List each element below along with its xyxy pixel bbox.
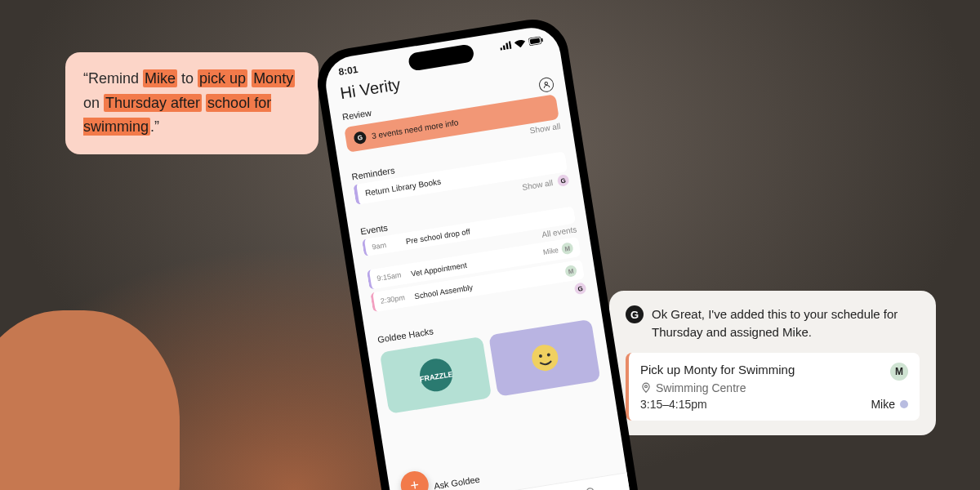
assignee-badge: M: [561, 242, 574, 255]
event-location: Swimming Centre: [640, 381, 908, 394]
bell-icon: [583, 486, 598, 490]
battery-icon: [528, 36, 544, 47]
reminders-show-all[interactable]: Show all: [522, 178, 554, 192]
svg-rect-4: [509, 41, 512, 49]
review-show-all[interactable]: Show all: [529, 122, 561, 136]
tab-bar: Home Calendar Activity: [393, 472, 634, 490]
quote-card: “Remind Mike to pick up Monty on Thursda…: [65, 52, 318, 154]
event-assignee: Mike: [871, 398, 908, 411]
quote-text: “Remind Mike to pick up Monty on Thursda…: [83, 69, 295, 136]
quote-hl-mike: Mike: [143, 69, 177, 87]
hack-illustration-icon: [526, 339, 564, 376]
reminders-badge: G: [557, 174, 570, 187]
ask-goldee-label[interactable]: Ask Goldee: [433, 474, 480, 490]
hack-illustration-icon: FRAZZLE: [412, 352, 459, 399]
quote-hl-monty: Monty: [252, 69, 295, 87]
svg-rect-7: [541, 38, 543, 42]
review-heading: Review: [341, 108, 372, 122]
svg-rect-6: [530, 38, 541, 44]
tab-activity[interactable]: Activity: [578, 485, 605, 490]
status-time: 8:01: [337, 64, 359, 78]
signal-icon: [499, 41, 511, 51]
event-title: Pick up Monty for Swimming: [640, 363, 908, 376]
assignee-badge: M: [890, 363, 908, 381]
location-pin-icon: [640, 382, 652, 394]
assignee-dot-icon: [900, 400, 908, 408]
svg-point-8: [545, 82, 548, 85]
wifi-icon: [514, 38, 526, 48]
svg-rect-3: [506, 42, 509, 49]
quote-hl-thursday: Thursday after: [104, 94, 202, 112]
response-text: Ok Great, I've added this to your schedu…: [652, 305, 920, 341]
event-time: 3:15–4:15pm: [640, 398, 908, 411]
profile-icon[interactable]: [538, 76, 555, 93]
svg-rect-1: [500, 47, 502, 50]
assignee-badge: M: [564, 265, 577, 278]
quote-pre: “Remind: [83, 70, 143, 87]
svg-rect-2: [503, 45, 506, 50]
svg-point-0: [645, 385, 648, 387]
scheduled-event-card[interactable]: Pick up Monty for Swimming M Swimming Ce…: [626, 353, 920, 421]
quote-hl-pickup: pick up: [198, 69, 247, 87]
events-badge: G: [574, 282, 587, 295]
fab-add-button[interactable]: +: [399, 470, 430, 490]
review-text: 3 events need more info: [371, 118, 459, 140]
goldee-logo-icon: G: [626, 305, 644, 323]
response-card: G Ok Great, I've added this to your sche…: [609, 291, 936, 435]
goldee-icon: G: [353, 131, 367, 145]
svg-point-11: [530, 343, 560, 373]
